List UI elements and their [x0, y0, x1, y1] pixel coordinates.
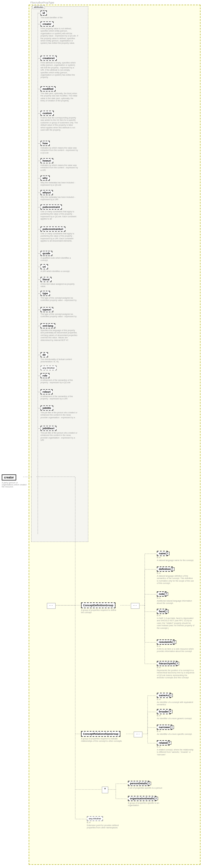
attr-name: uri [40, 264, 48, 269]
attribute-how: howIndicates by which means the value wa… [40, 141, 78, 154]
element-name: definition+ [157, 566, 173, 572]
root-element: creator A party (person or organisation)… [2, 474, 27, 488]
element-definition: definition+0..∞A natural language defini… [157, 566, 195, 585]
attr-name: typeuri [40, 307, 53, 312]
expand-icon[interactable]: + [169, 694, 173, 697]
element-personDetails: personDetails+A set of properties specif… [128, 781, 166, 789]
attr-name: literal [40, 277, 52, 282]
expand-icon[interactable]: + [173, 640, 176, 644]
expand-icon[interactable]: + [165, 610, 169, 613]
element-organisationDetails: organisationDetails+A group of propertie… [128, 796, 166, 807]
attribute-xml:lang: xml:langSpecifies the language of this p… [40, 323, 78, 341]
attribute-id: idThe local identifier of the [40, 10, 78, 19]
expand-icon[interactable]: + [147, 782, 151, 785]
expand-icon[interactable]: + [165, 592, 168, 596]
element-count: 0..∞ [157, 714, 195, 716]
attr-desc: If the property value is not defined, sp… [40, 28, 78, 44]
attribute-creatoruri: creatoruriIf the attribute is empty, spe… [40, 56, 78, 79]
attribute-custom: customIf set to true the corresponding p… [40, 111, 78, 131]
element-hierarchyInfo: hierarchyInfo+0..∞Represents the positio… [157, 661, 195, 679]
attr-name: pubconstrainturi [40, 226, 65, 232]
expand-icon[interactable]: + [168, 741, 171, 745]
element-name: sameAs+ [157, 693, 171, 698]
attribute-any: any ##other [40, 366, 57, 370]
expand-icon[interactable]: + [169, 710, 172, 713]
attr-name: why [40, 176, 50, 181]
element-desc: An identifier of a concept with equivale… [157, 701, 195, 706]
attr-desc: Why the metadata has been included - exp… [40, 182, 78, 187]
attribute-dir: dirThe directionality of textual content… [40, 352, 78, 363]
expand-icon[interactable]: + [155, 797, 158, 800]
type-title: FlexAuthorPropType [30, 1, 54, 4]
element-desc: In NAR 1.8 and later, facet is deprecate… [157, 617, 195, 629]
element-desc: An identifier of a more generic concept. [157, 717, 195, 720]
attr-desc: The job title of the person who created … [40, 411, 78, 419]
element-sameAs: sameAs+0..∞An identifier of a concept wi… [157, 693, 195, 706]
element-count: 0..∞ [157, 645, 195, 647]
attribute-pubconstrainturi: pubconstrainturiOne or many constraints … [40, 226, 78, 242]
attr-name: roleuri [40, 389, 53, 395]
element-name: name+0..∞A natural language name for the… [157, 551, 195, 562]
element-count: 0..∞ [157, 556, 195, 558]
element-desc: Additional natural language information … [157, 600, 195, 605]
attr-name: modified [40, 86, 56, 92]
element-desc: A group of properties specific to an org… [128, 802, 166, 807]
element-count: 0..∞ [157, 666, 195, 669]
attr-name: role [40, 373, 49, 378]
sequence-main [47, 603, 56, 609]
attr-name: pubconstraint [40, 205, 62, 210]
expand-icon[interactable]: + [170, 725, 174, 729]
element-count: 0..∞ [157, 572, 195, 574]
element-desc: A link to an item or a web resource whic… [157, 648, 195, 653]
element-count: 0..∞ [157, 614, 195, 616]
group-desc: A group of properties required to define… [81, 609, 119, 614]
any-label: any ##other [87, 816, 103, 821]
attr-desc: The local identifier of the [40, 17, 78, 19]
attr-name: jobtitleuri [40, 426, 57, 431]
attr-desc: One or many constraints that apply to pu… [40, 211, 78, 220]
element-desc: A natural language name for the concept. [157, 559, 195, 562]
expand-icon[interactable]: + [171, 567, 174, 571]
attr-desc: The directionality of textual content (e… [40, 358, 78, 363]
element-related: related+0..∞A related concept, where the… [157, 740, 195, 756]
element-remoteInfo: remoteInfo+0..∞A link to an item or a we… [157, 640, 195, 653]
attr-desc: The type of the concept assigned as cont… [40, 297, 78, 302]
attribute-jobtitleuri: jobtitleuriThe job title of the person w… [40, 426, 78, 442]
attribute-uri: uriA URI which identifies a concept. [40, 264, 78, 273]
attr-name: creatoruri [40, 56, 57, 61]
element-desc: Represents the position of a concept in … [157, 669, 195, 679]
expand-icon[interactable]: + [176, 662, 179, 665]
any-count: 0..∞ [87, 822, 122, 824]
attr-desc: A free-text value assigned as property v… [40, 283, 78, 288]
element-facet: facet+0..∞In NAR 1.8 and later, facet is… [157, 609, 195, 629]
group-name: ConceptDefinitionGroup [81, 602, 115, 608]
attribute-qcode: qcodeA qualified code which identifies a… [40, 251, 78, 262]
attr-name: creator [40, 22, 54, 27]
sequence-crg [134, 732, 142, 737]
element-name: hierarchyInfo+ [157, 661, 177, 666]
attribute-type: typeThe type of the concept assigned as … [40, 291, 78, 302]
element-count: 0..∞ [157, 597, 195, 599]
element-count: 0..∞ [157, 746, 195, 748]
attr-desc: Specifies the language of this property … [40, 329, 78, 341]
attr-desc: Indicates by which means the value was e… [40, 164, 78, 172]
attribute-whyuri: whyuriWhy the metadata has been included… [40, 190, 78, 201]
element-desc: A related concept, where the relationshi… [157, 749, 195, 756]
expand-icon[interactable]: + [166, 552, 170, 555]
attr-desc: If the attribute is empty, specifies whi… [40, 62, 78, 79]
attr-name: jobtitle [40, 405, 53, 411]
attr-name: dir [40, 352, 48, 358]
attribute-jobtitle: jobtitleThe job title of the person who … [40, 405, 78, 419]
element-name: personDetails+ [128, 781, 149, 786]
attr-desc: The job title of the person who created … [40, 432, 78, 442]
attr-name: howuri [40, 158, 53, 163]
group-concept-definition: ConceptDefinitionGroup A group of proper… [81, 602, 119, 614]
root-name: creator [2, 474, 16, 480]
attr-desc: The date (and, optionally, the time) whe… [40, 92, 78, 102]
any-extension: any ##other 0..∞ Extension point for pro… [87, 816, 122, 829]
attr-name: whyuri [40, 190, 53, 195]
attribute-howuri: howuriIndicates by which means the value… [40, 158, 78, 172]
attribute-typeuri: typeuriThe type of the concept assigned … [40, 307, 78, 318]
element-name: name+ [157, 551, 168, 556]
element-note: note+0..∞Additional natural language inf… [157, 591, 195, 605]
